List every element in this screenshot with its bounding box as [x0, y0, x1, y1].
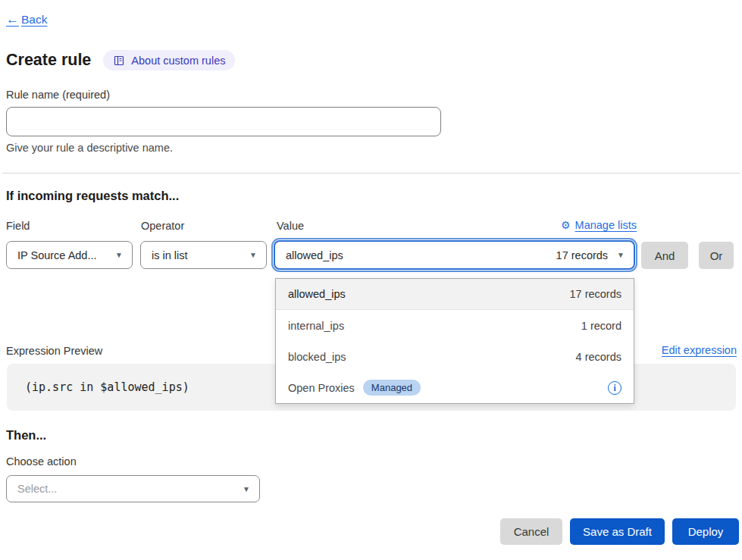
list-name: allowed_ips [288, 288, 346, 300]
list-name: Open Proxies [288, 382, 355, 394]
field-select[interactable]: IP Source Add... ▼ [6, 241, 133, 269]
then-section-heading: Then... [6, 428, 46, 443]
create-rule-page: ← Back Create rule About custom rules Ru… [0, 0, 742, 560]
back-label: Back [21, 13, 47, 27]
list-name: internal_ips [288, 320, 344, 332]
list-item-internal-ips[interactable]: internal_ips 1 record [276, 310, 634, 341]
value-column-label: Value [277, 220, 304, 232]
title-row: Create rule About custom rules [6, 50, 235, 70]
list-item-allowed-ips[interactable]: allowed_ips 17 records [276, 279, 634, 310]
about-custom-rules-label: About custom rules [131, 55, 225, 67]
edit-expression-link[interactable]: Edit expression [662, 344, 737, 356]
cancel-button[interactable]: Cancel [500, 518, 562, 545]
expression-preview-label: Expression Preview [6, 345, 102, 357]
manage-lists-link[interactable]: ⚙ Manage lists [561, 219, 637, 231]
value-select[interactable]: allowed_ips 17 records ▼ [274, 240, 635, 270]
list-record-count: 1 record [581, 320, 621, 332]
choose-action-label: Choose action [6, 455, 77, 468]
list-record-count: 17 records [569, 288, 621, 300]
page-title: Create rule [6, 51, 91, 70]
expression-code: (ip.src in $allowed_ips) [7, 380, 189, 394]
value-select-value: allowed_ips [286, 249, 343, 261]
action-select-placeholder: Select... [17, 483, 57, 495]
save-as-draft-button[interactable]: Save as Draft [570, 518, 665, 545]
chevron-down-icon: ▼ [243, 485, 250, 493]
match-section-heading: If incoming requests match... [6, 189, 179, 203]
action-select[interactable]: Select... ▼ [6, 475, 260, 502]
list-item-blocked-ips[interactable]: blocked_ips 4 records [276, 341, 634, 372]
back-link[interactable]: ← Back [6, 12, 47, 27]
chevron-down-icon: ▼ [115, 251, 123, 259]
value-select-records: 17 records [556, 249, 609, 261]
info-icon[interactable]: i [608, 381, 621, 395]
about-custom-rules-link[interactable]: About custom rules [103, 50, 235, 70]
manage-lists-label: Manage lists [575, 219, 637, 231]
or-button[interactable]: Or [699, 242, 734, 269]
book-icon [113, 55, 125, 67]
operator-select[interactable]: is in list ▼ [140, 241, 267, 269]
chevron-down-icon: ▼ [249, 251, 257, 259]
list-item-open-proxies[interactable]: Open Proxies Managed i [276, 372, 634, 403]
field-select-value: IP Source Add... [17, 249, 97, 261]
operator-select-value: is in list [152, 249, 188, 261]
and-button[interactable]: And [641, 242, 688, 269]
list-name: blocked_ips [288, 351, 346, 363]
rule-name-help-text: Give your rule a descriptive name. [6, 142, 173, 154]
field-column-label: Field [6, 220, 30, 232]
rule-name-label: Rule name (required) [6, 89, 110, 101]
deploy-button[interactable]: Deploy [672, 518, 739, 545]
section-divider [2, 173, 740, 174]
list-record-count: 4 records [576, 351, 621, 363]
gear-icon: ⚙ [561, 219, 571, 231]
managed-badge: Managed [363, 380, 421, 396]
rule-name-input[interactable] [6, 107, 441, 136]
operator-column-label: Operator [141, 220, 184, 232]
value-dropdown-menu: allowed_ips 17 records internal_ips 1 re… [275, 278, 634, 404]
chevron-down-icon: ▼ [617, 251, 625, 259]
back-arrow-icon: ← [6, 12, 19, 27]
